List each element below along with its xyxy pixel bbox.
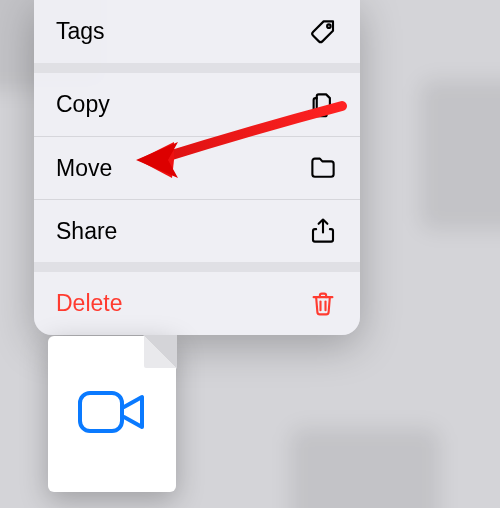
menu-separator [34, 63, 360, 73]
menu-item-label: Move [56, 155, 112, 182]
copy-icon [308, 90, 338, 120]
video-icon [76, 387, 148, 441]
folder-icon [308, 153, 338, 183]
menu-separator [34, 262, 360, 272]
menu-item-label: Copy [56, 91, 110, 118]
menu-item-move[interactable]: Move [34, 136, 360, 199]
share-icon [308, 216, 338, 246]
background-blur [290, 428, 440, 508]
menu-item-delete[interactable]: Delete [34, 272, 360, 335]
trash-icon [308, 289, 338, 319]
tag-icon [308, 17, 338, 47]
menu-item-label: Tags [56, 18, 105, 45]
svg-point-0 [327, 24, 331, 28]
menu-item-label: Delete [56, 290, 122, 317]
menu-item-copy[interactable]: Copy [34, 73, 360, 136]
menu-item-tags[interactable]: Tags [34, 0, 360, 63]
file-thumbnail[interactable] [48, 336, 176, 492]
svg-rect-3 [80, 393, 122, 431]
menu-item-share[interactable]: Share [34, 199, 360, 262]
background-blur [420, 80, 500, 230]
menu-item-label: Share [56, 218, 117, 245]
context-menu: Tags Copy Move Share [34, 0, 360, 335]
